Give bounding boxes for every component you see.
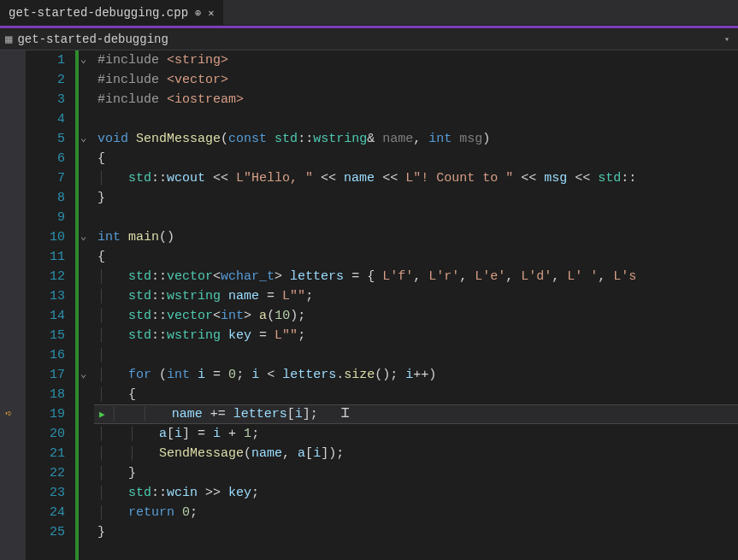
code-line[interactable]: │ std::wstring key = L""; [94,326,738,345]
token: :: [151,269,167,284]
token: () [159,230,174,245]
code-line[interactable] [94,208,738,227]
code-line[interactable]: │ std::wstring name = L""; [94,286,738,306]
line-number: 14 [26,306,75,326]
code-line[interactable]: void SendMessage(const std::wstring& nam… [94,129,738,149]
token: i [313,446,321,461]
code-line[interactable]: │ std::vector<int> a(10); [94,306,738,326]
code-line[interactable]: │ [94,345,738,365]
token: wchar_t [221,269,275,284]
margin-row[interactable] [0,227,26,247]
token: :: [151,289,167,304]
line-number: 8 [26,188,75,208]
line-number: 1 [26,50,75,70]
file-tab[interactable]: get-started-debugging.cpp ⊕ ✕ [0,0,223,25]
line-number: 9 [26,208,75,227]
margin-row[interactable] [0,149,26,168]
margin-row[interactable] [0,463,26,483]
margin-row[interactable] [0,503,26,522]
code-line[interactable]: │ for (int i = 0; i < letters.size(); i+… [94,365,738,385]
margin-row[interactable] [0,188,26,208]
margin-row[interactable] [0,50,26,70]
token: ( [244,446,251,461]
margin-row[interactable] [0,129,26,149]
navigation-bar[interactable]: ▦ get-started-debugging ▾ [0,28,738,50]
token: & [367,132,382,146]
code-line[interactable]: │ return 0; [94,503,738,522]
code-line[interactable]: │ } [94,463,738,483]
token [221,328,228,343]
margin-row[interactable] [0,168,26,188]
margin-row[interactable] [0,326,26,345]
margin-row[interactable] [0,424,26,444]
token: main [128,230,159,245]
margin-row[interactable] [0,286,26,306]
token: 0 [182,505,190,520]
code-line[interactable]: #include <iostream> [94,90,738,109]
code-editor[interactable]: ➪ 12345678910111213141516171819202122232… [0,50,738,560]
code-line[interactable]: #include <string> [94,50,738,70]
token: < [213,309,221,323]
fold-toggle [79,208,94,227]
token: ); [290,309,305,323]
margin-row[interactable] [0,483,26,503]
margin-row[interactable] [0,247,26,267]
margin-row[interactable]: ➪ [0,404,26,424]
margin-row[interactable] [0,522,26,542]
chevron-down-icon[interactable]: ▾ [724,34,729,44]
code-line[interactable]: } [94,188,738,208]
code-line[interactable]: │ std::wcin >> key; [94,483,738,503]
fold-toggle[interactable]: ⌄ [79,129,94,149]
margin-row[interactable] [0,306,26,326]
code-line[interactable]: │ { [94,385,738,404]
code-line[interactable]: │ std::wcout << L"Hello, " << name << L"… [94,168,738,188]
line-number: 18 [26,385,75,404]
fold-toggle[interactable]: ⌄ [79,227,94,247]
glyph-margin[interactable]: ➪ [0,50,26,560]
token: std [128,171,151,186]
code-line[interactable]: │ std::vector<wchar_t> letters = { L'f',… [94,267,738,286]
code-line[interactable]: int main() [94,227,738,247]
code-line[interactable]: #include <vector> [94,70,738,90]
code-line[interactable]: │ │ a[i] = i + 1; [94,424,738,444]
token: │ [97,328,128,343]
margin-row[interactable] [0,267,26,286]
pin-icon[interactable]: ⊕ [195,7,201,20]
token: wstring [167,328,221,343]
token: L"" [275,328,298,343]
code-line[interactable]: { [94,149,738,168]
margin-row[interactable] [0,109,26,129]
folding-column[interactable]: ⌄⌄⌄⌄ [75,50,94,560]
code-line[interactable]: │ │ SendMessage(name, a[i]); [94,444,738,463]
line-number: 13 [26,286,75,306]
text-cursor-icon: Ꮖ [318,407,350,421]
token: > [244,309,259,323]
token: , [282,446,298,461]
margin-row[interactable] [0,365,26,385]
margin-row[interactable] [0,385,26,404]
margin-row[interactable] [0,444,26,463]
token: { [97,151,105,166]
code-line[interactable]: ▶│ │ name += letters[i]; Ꮖ [94,404,738,424]
token: L' ' [567,269,598,284]
line-number: 10 [26,227,75,247]
code-line[interactable]: { [94,247,738,267]
margin-row[interactable] [0,90,26,109]
token: │ [97,171,128,186]
token: ; [236,368,251,382]
token: i [405,368,413,382]
margin-row[interactable] [0,70,26,90]
token [267,132,275,146]
close-icon[interactable]: ✕ [208,7,214,20]
token: key [228,486,251,500]
code-area[interactable]: #include <string>#include <vector>#inclu… [94,50,738,560]
fold-toggle[interactable]: ⌄ [79,365,94,385]
margin-row[interactable] [0,345,26,365]
code-line[interactable]: } [94,522,738,542]
margin-row[interactable] [0,208,26,227]
token: [ [287,407,295,421]
token: [ [305,446,313,461]
fold-toggle[interactable]: ⌄ [79,50,94,70]
code-line[interactable] [94,109,738,129]
token: name [382,132,413,146]
